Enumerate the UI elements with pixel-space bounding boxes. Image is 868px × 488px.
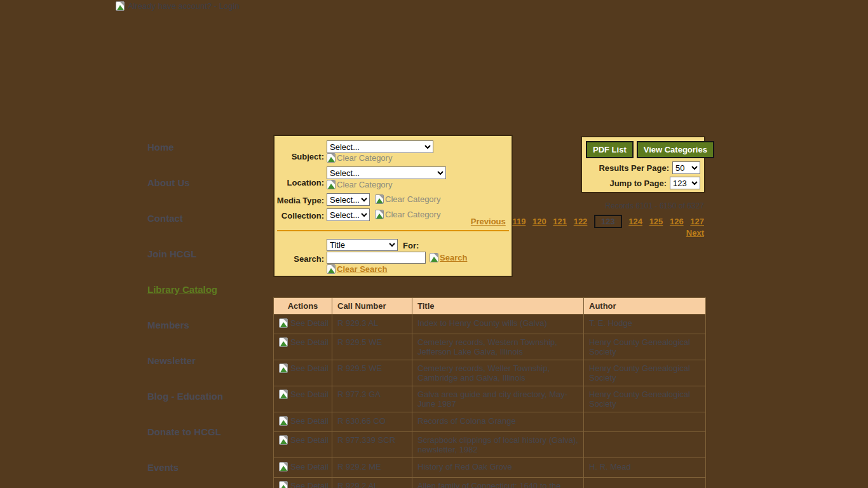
clear-collection-category-link[interactable]: Clear Category: [375, 210, 440, 219]
title-cell: Index to Henry County wills (Galva): [412, 315, 584, 334]
title-cell: Records of Colona Grange: [412, 412, 584, 432]
clear-media-type-category-link[interactable]: Clear Category: [375, 194, 440, 204]
pagination-page-link[interactable]: 120: [532, 217, 546, 226]
broken-image-icon[interactable]: [327, 180, 336, 189]
pagination-page-link[interactable]: 121: [553, 217, 567, 226]
pagination-page-link[interactable]: 124: [628, 217, 642, 226]
see-detail-link[interactable]: See Detail: [279, 363, 329, 373]
table-row: See Detail R 977.3 GA Galva area guide a…: [274, 386, 706, 412]
broken-image-icon[interactable]: [430, 253, 438, 262]
collection-select[interactable]: Select...: [327, 208, 370, 221]
header-title: Title: [412, 298, 584, 315]
see-detail-link[interactable]: See Detail: [279, 462, 329, 471]
table-row: See Detail R 929.5 WE Cemetery records, …: [274, 334, 706, 360]
clear-category-label[interactable]: Clear Category: [385, 194, 440, 204]
broken-image-icon[interactable]: [279, 462, 288, 471]
table-row: See Detail R 929.2 ME History of Red Oak…: [274, 458, 706, 478]
see-detail-link[interactable]: See Detail: [279, 337, 329, 347]
pagination-page-link[interactable]: 122: [574, 217, 588, 226]
sidebar-item-home[interactable]: Home: [147, 142, 174, 152]
author-cell: [584, 412, 706, 432]
action-label[interactable]: See Detail: [290, 337, 329, 347]
broken-image-icon[interactable]: [375, 210, 384, 219]
action-label[interactable]: See Detail: [290, 416, 329, 426]
table-row: See Detail R 977.339 SCR Scrapbook clipp…: [274, 432, 706, 458]
broken-image-icon[interactable]: [375, 194, 384, 204]
broken-image-icon[interactable]: [279, 318, 288, 328]
broken-image-icon[interactable]: [327, 153, 336, 163]
banner-alt-text[interactable]: Already have account? - Login: [128, 1, 240, 11]
action-label[interactable]: See Detail: [290, 435, 329, 445]
table-header-row: Actions Call Number Title Author: [274, 298, 706, 315]
pdf-list-button[interactable]: PDF List: [586, 141, 634, 158]
action-label[interactable]: See Detail: [290, 390, 329, 399]
author-cell: [584, 478, 706, 488]
clear-location-category-link[interactable]: Clear Category: [327, 180, 392, 189]
clear-search-label[interactable]: Clear Search: [337, 264, 388, 274]
action-label[interactable]: See Detail: [290, 481, 329, 488]
call-number-cell: R 929.3 AL: [332, 315, 412, 334]
location-select[interactable]: Select...: [327, 166, 446, 179]
see-detail-link[interactable]: See Detail: [279, 435, 329, 445]
broken-image-icon[interactable]: [279, 416, 288, 426]
broken-image-icon[interactable]: [279, 390, 288, 399]
broken-image-icon[interactable]: [279, 435, 288, 445]
pagination-page-link[interactable]: 127: [690, 217, 704, 226]
call-number-cell: R 630.66 CO: [332, 412, 412, 432]
pagination-page-link[interactable]: 119: [512, 217, 526, 226]
sidebar-item-about-us[interactable]: About Us: [147, 177, 190, 188]
see-detail-link[interactable]: See Detail: [279, 390, 329, 399]
pagination-previous-link[interactable]: Previous: [471, 217, 506, 226]
author-cell: Henry County Genealogical Society: [584, 386, 706, 412]
subject-label: Subject:: [275, 152, 324, 161]
subject-select[interactable]: Select...: [327, 140, 433, 153]
sidebar-item-donate[interactable]: Donate to HCGL: [147, 426, 221, 437]
search-link-label[interactable]: Search: [440, 253, 467, 262]
see-detail-link[interactable]: See Detail: [279, 481, 329, 488]
jump-to-page-label: Jump to Page:: [609, 179, 667, 188]
collection-label: Collection:: [275, 211, 324, 220]
pagination: Previous 119 120 121 122 123 124 125 126…: [450, 215, 704, 238]
sidebar-item-newsletter[interactable]: Newsletter: [147, 355, 196, 366]
action-label[interactable]: See Detail: [290, 462, 329, 471]
pagination-next-link[interactable]: Next: [686, 228, 704, 238]
call-number-cell: R 977.339 SCR: [332, 432, 412, 458]
results-table: Actions Call Number Title Author See Det…: [273, 297, 706, 488]
search-input[interactable]: [327, 252, 426, 264]
see-detail-link[interactable]: See Detail: [279, 416, 329, 426]
broken-image-icon[interactable]: [279, 363, 288, 373]
clear-category-label[interactable]: Clear Category: [337, 153, 392, 163]
jump-to-page-select[interactable]: 123: [670, 177, 700, 189]
header-author: Author: [584, 298, 706, 315]
broken-image-icon[interactable]: [279, 337, 288, 347]
sidebar-item-join-hcgl[interactable]: Join HCGL: [147, 248, 197, 259]
pagination-page-link[interactable]: 126: [670, 217, 684, 226]
clear-subject-category-link[interactable]: Clear Category: [327, 153, 392, 163]
view-categories-button[interactable]: View Categories: [637, 141, 714, 158]
sidebar-item-members[interactable]: Members: [147, 320, 189, 330]
header-call-number: Call Number: [332, 298, 412, 315]
broken-image-icon[interactable]: [327, 264, 336, 274]
action-label[interactable]: See Detail: [290, 363, 329, 373]
sidebar-item-blog-education[interactable]: Blog - Education: [147, 391, 223, 402]
table-row: See Detail R 929.2 AL Allen family of Co…: [274, 478, 706, 488]
sidebar-item-events[interactable]: Events: [147, 462, 179, 473]
pagination-page-link[interactable]: 125: [649, 217, 663, 226]
site-banner[interactable]: Already have account? - Login: [116, 1, 240, 11]
search-field-select[interactable]: Title: [327, 239, 398, 251]
media-type-select[interactable]: Select...: [327, 193, 370, 206]
clear-category-label[interactable]: Clear Category: [385, 210, 440, 219]
sidebar-item-library-catalog[interactable]: Library Catalog: [147, 284, 217, 295]
results-per-page-select[interactable]: 50: [672, 161, 700, 174]
author-cell: [584, 432, 706, 458]
clear-category-label[interactable]: Clear Category: [337, 180, 392, 189]
search-submit-link[interactable]: Search: [430, 253, 467, 262]
clear-search-link[interactable]: Clear Search: [327, 264, 388, 274]
library-catalog-page: { "page": { "title": "Library Catalog" }…: [0, 0, 868, 488]
table-row: See Detail R 929.3 AL Index to Henry Cou…: [274, 315, 706, 334]
broken-image-icon[interactable]: [279, 481, 288, 488]
sidebar-item-contact[interactable]: Contact: [147, 213, 183, 224]
see-detail-link[interactable]: See Detail: [279, 318, 329, 328]
call-number-cell: R 929.2 AL: [332, 478, 412, 488]
action-label[interactable]: See Detail: [290, 318, 329, 328]
